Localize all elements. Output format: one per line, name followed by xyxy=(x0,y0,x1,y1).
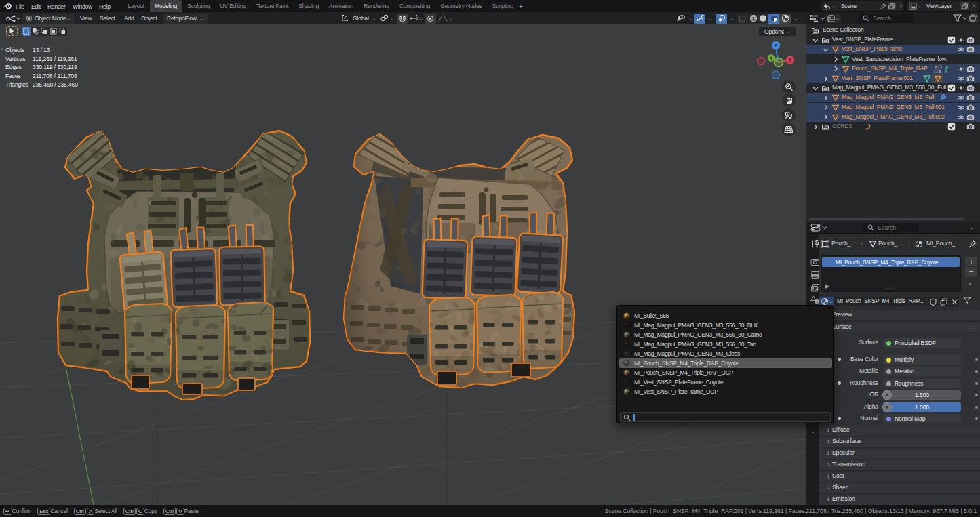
svg-text:X: X xyxy=(788,57,791,63)
svg-text:Y: Y xyxy=(770,56,773,60)
svg-text:Z: Z xyxy=(775,43,778,49)
